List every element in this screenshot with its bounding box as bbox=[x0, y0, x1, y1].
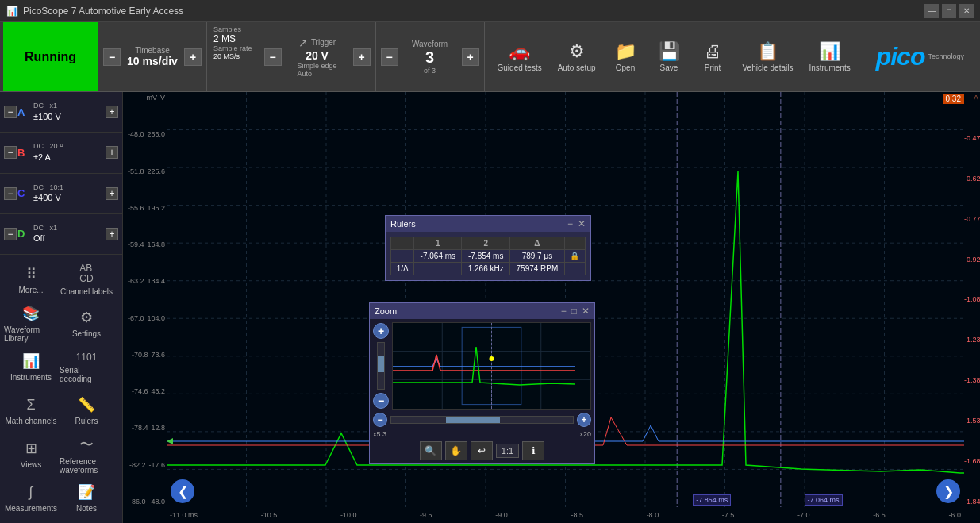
zoom-factor-x: x5.3 bbox=[373, 430, 386, 438]
x-label-4: -9.0 bbox=[495, 511, 508, 519]
zoom-hscroll[interactable] bbox=[390, 416, 574, 424]
zoom-minimize-button[interactable]: − bbox=[561, 306, 567, 317]
measurements-button[interactable]: ∫ Measurements bbox=[3, 476, 59, 520]
ruler1-bottom-label: -7.064 ms bbox=[805, 494, 843, 506]
trigger-minus[interactable]: − bbox=[264, 48, 282, 66]
minimize-button[interactable]: — bbox=[924, 4, 939, 18]
scope-area: mVV -48.0256.0 -51.8225.6 -55.6195.2 -59… bbox=[123, 92, 980, 523]
timebase-plus[interactable]: + bbox=[184, 48, 202, 66]
maximize-button[interactable]: □ bbox=[942, 4, 956, 18]
zoom-pan-button[interactable]: ✋ bbox=[445, 441, 467, 460]
rulers-col-empty bbox=[391, 237, 414, 250]
running-button[interactable]: Running bbox=[3, 22, 98, 91]
y-label-6: -67.0104.0 bbox=[123, 314, 167, 322]
rulers-row2-delta: 75974 RPM bbox=[510, 263, 565, 275]
auto-setup-button[interactable]: ⚙ Auto setup bbox=[550, 38, 604, 75]
zoom-reset-button[interactable]: ↩ bbox=[471, 441, 493, 460]
title-text: PicoScope 7 Automotive Early Access bbox=[23, 6, 183, 17]
pico-logo: pico Technology bbox=[863, 42, 977, 71]
channel-d-minus[interactable]: − bbox=[4, 228, 17, 240]
waveform-library-button[interactable]: 📚 Waveform Library bbox=[3, 302, 59, 345]
trigger-label: Trigger bbox=[311, 38, 336, 47]
zoom-in-h-button[interactable]: + bbox=[577, 413, 591, 427]
waveform-sub: of 3 bbox=[424, 67, 436, 75]
math-channels-label: Math channels bbox=[5, 417, 56, 425]
channel-b-plus[interactable]: + bbox=[106, 146, 118, 159]
zoom-maximize-button[interactable]: □ bbox=[571, 306, 577, 317]
waveform-label: Waveform bbox=[412, 40, 448, 48]
waveform-display: Waveform 3 of 3 bbox=[398, 40, 462, 75]
guided-tests-icon: 🚗 bbox=[509, 41, 530, 62]
channel-a-minus[interactable]: − bbox=[4, 106, 17, 118]
channel-d-info: DC x1 Off bbox=[33, 223, 105, 245]
math-channels-button[interactable]: Σ Math channels bbox=[3, 389, 59, 433]
more-button[interactable]: ⠿ More... bbox=[3, 258, 59, 302]
channel-a-row: − A DC x1 ±100 V + bbox=[0, 92, 122, 133]
y-right-5: -1.08 bbox=[964, 295, 980, 303]
waveform-minus[interactable]: − bbox=[381, 48, 398, 66]
rulers-row1-lock[interactable]: 🔒 bbox=[564, 250, 585, 263]
channel-a-plus[interactable]: + bbox=[106, 106, 118, 118]
channel-d-plus[interactable]: + bbox=[106, 228, 118, 240]
y-label-3: -55.6195.2 bbox=[123, 204, 167, 212]
channel-labels-button[interactable]: ABCD Channel labels bbox=[59, 258, 114, 302]
channel-c-minus[interactable]: − bbox=[4, 187, 17, 200]
timebase-section: − Timebase 10 ms/div + bbox=[98, 22, 207, 91]
serial-decoding-button[interactable]: 1101 Serial decoding bbox=[59, 345, 114, 389]
print-button[interactable]: 🖨 Print bbox=[691, 38, 735, 75]
y-label-5: -63.2134.4 bbox=[123, 277, 167, 285]
rulers-dialog-title: Rulers − ✕ bbox=[386, 216, 590, 232]
nav-right-arrow[interactable]: ❯ bbox=[936, 479, 960, 503]
notes-button[interactable]: 📝 Notes bbox=[59, 476, 114, 520]
nav-left-arrow[interactable]: ❮ bbox=[171, 479, 194, 503]
trigger-plus[interactable]: + bbox=[353, 48, 371, 66]
rulers-minimize-button[interactable]: − bbox=[567, 218, 573, 229]
zoom-dialog: Zoom − □ ✕ + − bbox=[369, 302, 595, 464]
views-button[interactable]: ⊞ Views bbox=[3, 433, 59, 476]
serial-decoding-icon: 1101 bbox=[76, 352, 98, 363]
save-button[interactable]: 💾 Save bbox=[648, 38, 691, 75]
settings-button[interactable]: ⚙ Settings bbox=[59, 302, 114, 345]
instruments-sidebar-button[interactable]: 📊 Instruments bbox=[3, 345, 59, 389]
rulers-row2-c2: 1.266 kHz bbox=[462, 263, 510, 275]
close-button[interactable]: ✕ bbox=[959, 4, 974, 18]
samples-value: 2 MS bbox=[213, 33, 236, 44]
rulers-close-button[interactable]: ✕ bbox=[578, 218, 586, 229]
zoom-out-v-button[interactable]: − bbox=[373, 393, 389, 409]
open-button[interactable]: 📁 Open bbox=[604, 38, 648, 75]
zoom-out-h-button[interactable]: − bbox=[373, 413, 387, 427]
sidebar-tools: ⠿ More... ABCD Channel labels 📚 Waveform… bbox=[0, 255, 122, 523]
rulers-table: 1 2 Δ -7.064 ms -7.854 ms 789.7 μs 🔒 bbox=[386, 232, 590, 280]
rulers-row-2: 1/Δ 1.266 kHz 75974 RPM bbox=[391, 263, 586, 275]
channel-c-plus[interactable]: + bbox=[106, 187, 118, 200]
sample-rate-label: Sample rate bbox=[213, 44, 252, 52]
y-label-4: -59.4164.8 bbox=[123, 240, 167, 248]
instruments-toolbar-button[interactable]: 📊 Instruments bbox=[801, 38, 858, 75]
timebase-minus[interactable]: − bbox=[103, 48, 121, 66]
y-right-10: -1.84 bbox=[964, 498, 980, 506]
trigger-display: ↗ Trigger 20 V Simple edgeAuto bbox=[282, 37, 353, 78]
x-label-3: -9.5 bbox=[420, 511, 432, 519]
zoom-close-button[interactable]: ✕ bbox=[582, 306, 590, 317]
notes-label: Notes bbox=[76, 504, 97, 513]
y-right-8: -1.536 bbox=[964, 417, 980, 425]
vehicle-details-button[interactable]: 📋 Vehicle details bbox=[735, 38, 801, 75]
reference-waveforms-button[interactable]: 〜 Reference waveforms bbox=[59, 433, 114, 476]
channel-b-minus[interactable]: − bbox=[4, 146, 17, 159]
guided-tests-button[interactable]: 🚗 Guided tests bbox=[490, 38, 550, 75]
notes-icon: 📝 bbox=[78, 483, 95, 501]
rulers-button[interactable]: 📏 Rulers bbox=[59, 389, 114, 433]
waveform-plus[interactable]: + bbox=[462, 48, 479, 66]
views-label: Views bbox=[21, 460, 42, 469]
y-right-9: -1.688 bbox=[964, 457, 980, 465]
x-label-9: -6.5 bbox=[873, 511, 886, 519]
zoom-info-button[interactable]: ℹ bbox=[522, 441, 544, 460]
zoom-magnify-button[interactable]: 🔍 bbox=[420, 441, 442, 460]
zoom-dialog-title: Zoom − □ ✕ bbox=[370, 303, 594, 319]
samples-section: Samples 2 MS Sample rate 20 MS/s bbox=[207, 22, 259, 91]
channel-b-info: DC 20 A ±2 A bbox=[33, 141, 105, 163]
zoom-in-v-button[interactable]: + bbox=[373, 323, 389, 339]
rulers-dialog: Rulers − ✕ 1 2 Δ bbox=[385, 215, 591, 281]
open-label: Open bbox=[616, 63, 635, 72]
y-label-7: -70.873.6 bbox=[123, 351, 167, 359]
